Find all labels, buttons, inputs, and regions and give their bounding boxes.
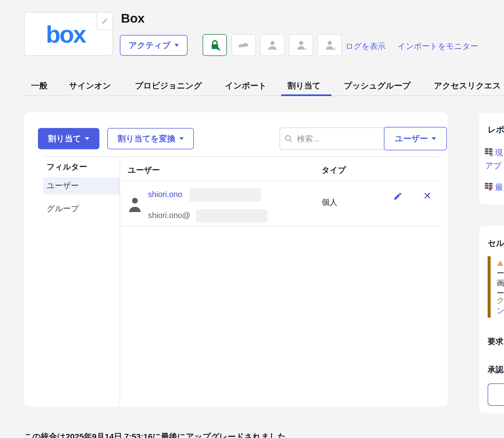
- filter-item-label: グループ: [47, 203, 79, 214]
- table-header-divider: [120, 181, 440, 181]
- tab-access-requests[interactable]: アクセスリクエス: [434, 80, 501, 91]
- arrow-right-icon: →: [303, 46, 309, 51]
- app-status-label: アクティブ: [129, 40, 171, 51]
- arrow-right-icon: →: [265, 46, 271, 51]
- chevron-down-icon: [179, 137, 184, 140]
- tab-sign-on[interactable]: サインオン: [69, 80, 111, 91]
- note-fragment: ク: [497, 295, 504, 306]
- assign-button-label: 割り当て: [48, 133, 81, 144]
- callout-left-border: [488, 256, 491, 318]
- column-header-user: ユーザー: [128, 165, 160, 176]
- tab-import[interactable]: インポート: [225, 80, 267, 91]
- monitor-imports-link[interactable]: インポートをモニター: [398, 41, 478, 52]
- note-fragment: ン: [497, 306, 504, 316]
- chevron-down-icon: [432, 137, 436, 140]
- box-logo: box: [46, 22, 85, 46]
- tab-general[interactable]: 一般: [31, 80, 48, 91]
- export-user-button[interactable]: →: [289, 34, 313, 56]
- handshake-button[interactable]: [232, 34, 256, 56]
- table-row-divider: [120, 226, 440, 227]
- convert-assignments-button[interactable]: 割り当てを変換: [107, 128, 194, 149]
- okta-app-page: { "header": { "logo_text": "box", "app_t…: [0, 0, 504, 438]
- tab-push-groups[interactable]: プッシュグループ: [344, 80, 411, 91]
- scope-dropdown-label: ユーザー: [395, 133, 428, 144]
- column-header-type: タイプ: [322, 165, 346, 176]
- check-icon: ✓: [333, 46, 337, 52]
- handshake-icon: [238, 40, 250, 50]
- search-icon: [284, 135, 293, 143]
- table-remove-icon: [485, 182, 493, 191]
- current-assignments-link[interactable]: 現: [495, 147, 503, 158]
- filter-title: フィルター: [47, 162, 87, 172]
- user-name-link[interactable]: shiori.ono: [148, 190, 182, 199]
- convert-button-label: 割り当てを変換: [117, 133, 175, 144]
- note-fragment: ー: [497, 268, 504, 278]
- tab-bar-divider: [24, 96, 504, 96]
- reports-panel-title: レポ: [488, 124, 504, 135]
- request-label: 要求: [488, 336, 503, 347]
- page-title: Box: [121, 11, 145, 26]
- approval-label: 承認: [488, 364, 503, 375]
- lock-key-icon: [209, 39, 221, 51]
- table-key-icon: [485, 148, 493, 156]
- edit-assignment-button[interactable]: [393, 192, 402, 201]
- user-type-cell: 個人: [322, 197, 337, 208]
- active-tab-underline: [281, 94, 331, 96]
- table-top-divider: [43, 156, 440, 157]
- tab-provisioning[interactable]: プロビジョニング: [135, 80, 202, 91]
- filter-item-groups[interactable]: グループ: [43, 200, 120, 217]
- chevron-down-icon: [85, 137, 89, 140]
- current-assignments-link-line2[interactable]: アプ: [485, 160, 501, 171]
- note-fragment: 画: [497, 278, 504, 288]
- assignments-panel: 割り当て 割り当てを変換 ユーザー フィルター ユーザー グループ ユーザー タ…: [24, 112, 448, 407]
- chevron-down-icon: [174, 44, 179, 47]
- last-upgraded-note: この統合は2025年9月14日 7:53:16に最後にアップグレードされました: [24, 431, 286, 438]
- search-input[interactable]: [297, 134, 366, 144]
- self-service-dropdown[interactable]: [488, 383, 504, 406]
- redacted-text: [189, 188, 261, 201]
- reports-panel: レポ 現 アプ 最: [479, 113, 504, 205]
- filter-item-users[interactable]: ユーザー: [43, 177, 120, 194]
- app-status-dropdown[interactable]: アクティブ: [120, 35, 188, 56]
- edit-logo-button[interactable]: [97, 12, 113, 30]
- view-logs-link[interactable]: ログを表示: [345, 41, 386, 52]
- confirm-user-button[interactable]: ✓: [318, 34, 342, 56]
- search-box[interactable]: [280, 127, 386, 150]
- self-service-panel: セル ー 画 ー ク ン 要求 承認: [479, 226, 504, 413]
- filter-table-divider: [120, 156, 120, 406]
- warning-icon: [497, 261, 503, 266]
- pencil-icon: [101, 17, 108, 25]
- tab-assignments[interactable]: 割り当て: [287, 80, 321, 91]
- assign-button[interactable]: 割り当て: [38, 128, 99, 149]
- avatar: [128, 196, 141, 213]
- redacted-text: [196, 209, 267, 222]
- self-service-title: セル: [488, 238, 504, 249]
- remove-assignment-button[interactable]: ✕: [423, 191, 431, 201]
- recent-unassignments-link[interactable]: 最: [495, 182, 503, 193]
- sign-on-lock-button[interactable]: [203, 34, 227, 56]
- user-email: shiori.ono@: [148, 211, 190, 220]
- scope-dropdown[interactable]: ユーザー: [384, 127, 447, 150]
- filter-item-label: ユーザー: [47, 180, 79, 191]
- app-logo-card: box: [24, 12, 113, 56]
- assign-user-button[interactable]: →: [260, 34, 284, 56]
